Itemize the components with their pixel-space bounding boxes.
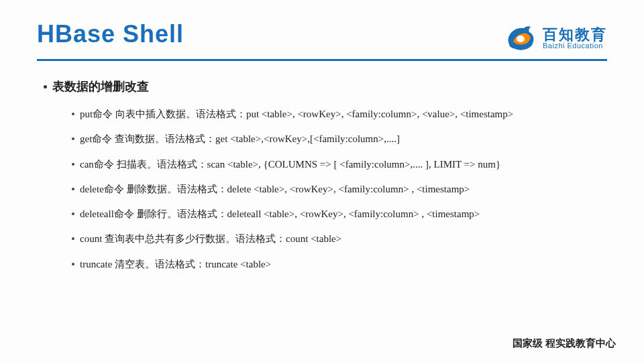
list-item: can命令 扫描表。语法格式：scan <table>, {COLUMNS =>… [72,157,607,172]
bullet-icon [72,188,74,190]
page-title: HBase Shell [37,20,184,48]
footer-text: 国家级 程实践教育中心 [513,337,616,350]
item-text: truncate 清空表。语法格式：truncate <table> [80,257,271,272]
list-item: count 查询表中总共有多少行数据。语法格式：count <table> [72,231,607,247]
slide: HBase Shell 百知教育 Baizhi Education 表数据的增删… [0,0,644,362]
logo-cn: 百知教育 [543,27,607,42]
section-title: 表数据的增删改查 [52,78,149,95]
section-heading: 表数据的增删改查 [44,78,607,95]
list-item: get命令 查询数据。语法格式：get <table>,<rowKey>,[<f… [72,131,607,147]
list-item: put命令 向表中插入数据。语法格式：put <table>, <rowKey>… [72,107,607,122]
logo-en: Baizhi Education [543,42,607,50]
logo: 百知教育 Baizhi Education [504,24,607,52]
item-text: deleteall命令 删除行。语法格式：deleteall <table>, … [80,206,480,222]
svg-point-0 [517,36,525,42]
item-list: put命令 向表中插入数据。语法格式：put <table>, <rowKey>… [72,107,607,272]
bullet-icon [72,213,74,215]
list-item: truncate 清空表。语法格式：truncate <table> [72,257,607,272]
item-text: count 查询表中总共有多少行数据。语法格式：count <table> [80,231,341,247]
logo-mark-icon [504,24,537,52]
bullet-icon [72,237,74,240]
list-item: deleteall命令 删除行。语法格式：deleteall <table>, … [72,206,607,222]
list-item: delete命令 删除数据。语法格式：delete <table>, <rowK… [72,182,607,197]
title-rule [37,59,607,61]
item-text: can命令 扫描表。语法格式：scan <table>, {COLUMNS =>… [80,157,500,172]
item-text: get命令 查询数据。语法格式：get <table>,<rowKey>,[<f… [80,131,400,147]
item-text: delete命令 删除数据。语法格式：delete <table>, <rowK… [80,182,470,197]
item-text: put命令 向表中插入数据。语法格式：put <table>, <rowKey>… [80,107,513,122]
bullet-icon [44,85,47,88]
bullet-icon [72,263,74,265]
logo-text: 百知教育 Baizhi Education [543,27,607,50]
content: 表数据的增删改查 put命令 向表中插入数据。语法格式：put <table>,… [37,78,607,272]
header: HBase Shell 百知教育 Baizhi Education [37,20,607,52]
bullet-icon [72,113,74,115]
bullet-icon [72,137,74,140]
bullet-icon [72,163,74,166]
